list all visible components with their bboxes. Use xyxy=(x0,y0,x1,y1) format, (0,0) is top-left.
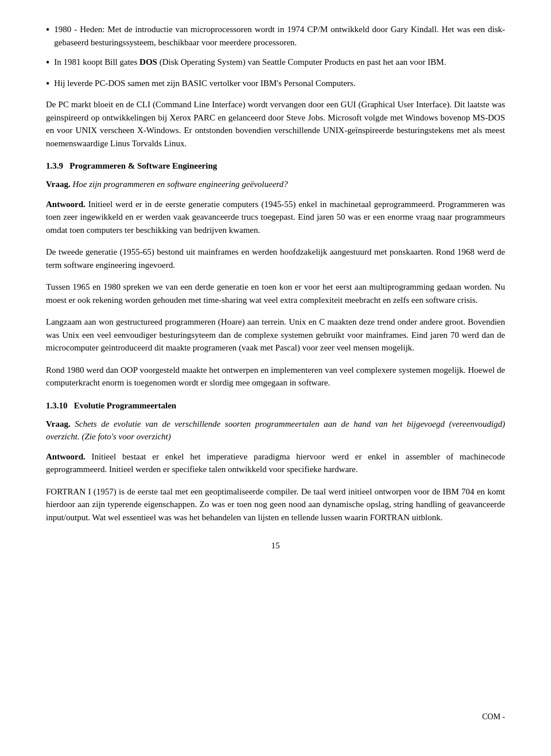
corner-text-value: COM - xyxy=(482,712,505,721)
paragraph-3-text: Tussen 1965 en 1980 spreken we van een d… xyxy=(46,282,505,305)
bullet-item-1: • 1980 - Heden: Met de introductie van m… xyxy=(46,23,505,49)
bullet-dot-2: • xyxy=(46,56,49,70)
bullet-text-1: 1980 - Heden: Met de introductie van mic… xyxy=(54,23,505,49)
qa2-answer-para2: FORTRAN I (1957) is de eerste taal met e… xyxy=(46,485,505,524)
qa2-answer-block: Antwoord. Initieel bestaat er enkel het … xyxy=(46,450,505,476)
section-139-heading: 1.3.9 Programmeren & Software Engineerin… xyxy=(46,161,505,171)
bullet-text-2: In 1981 koopt Bill gates DOS (Disk Opera… xyxy=(54,56,505,69)
paragraph-2: De tweede generatie (1955-65) bestond ui… xyxy=(46,245,505,271)
page: • 1980 - Heden: Met de introductie van m… xyxy=(0,0,551,756)
paragraph-2-text: De tweede generatie (1955-65) bestond ui… xyxy=(46,247,505,270)
bullet2-start: In 1981 koopt Bill gates xyxy=(54,57,139,67)
bullet-dot-1: • xyxy=(46,23,49,37)
bullet-dot-3: • xyxy=(46,77,49,91)
bullet-item-3: • Hij leverde PC-DOS samen met zijn BASI… xyxy=(46,77,505,91)
bullet-item-2: • In 1981 koopt Bill gates DOS (Disk Ope… xyxy=(46,56,505,70)
qa1-answer-label: Antwoord. xyxy=(46,200,86,209)
bullet-text-3: Hij leverde PC-DOS samen met zijn BASIC … xyxy=(54,77,505,90)
qa2-answer-text2: FORTRAN I (1957) is de eerste taal met e… xyxy=(46,487,505,522)
qa2-label: Vraag. xyxy=(46,419,71,428)
qa1-answer-text: Initieel werd er in de eerste generatie … xyxy=(46,200,505,235)
qa1-label: Vraag. xyxy=(46,180,71,189)
paragraph-1: De PC markt bloeit en de CLI (Command Li… xyxy=(46,98,505,150)
paragraph-4-text: Langzaam aan won gestructureed programme… xyxy=(46,317,505,352)
bullet2-end: (Disk Operating System) van Seattle Comp… xyxy=(157,57,446,67)
corner-text: COM - xyxy=(482,712,505,722)
qa2-answer-text1: Initieel bestaat er enkel het imperatiev… xyxy=(46,452,505,474)
qa1-question-text: Hoe zijn programmeren en software engine… xyxy=(71,180,288,189)
qa1-answer-block: Antwoord. Initieel werd er in de eerste … xyxy=(46,198,505,237)
bullet2-dos: DOS xyxy=(139,57,157,67)
qa1-question-block: Vraag. Hoe zijn programmeren en software… xyxy=(46,178,505,191)
page-number-text: 15 xyxy=(271,541,280,550)
section-1310-heading: 1.3.10 Evolutie Programmeertalen xyxy=(46,401,505,411)
section-1310-title: Evolutie Programmeertalen xyxy=(74,401,176,410)
section-139-number: 1.3.9 xyxy=(46,161,63,170)
paragraph-5: Rond 1980 werd dan OOP voorgesteld maakt… xyxy=(46,364,505,389)
section-139-title: Programmeren & Software Engineering xyxy=(69,161,217,170)
section-1310-number: 1.3.10 xyxy=(46,401,68,410)
qa2-question-text: Schets de evolutie van de verschillende … xyxy=(46,419,505,442)
paragraph-5-text: Rond 1980 werd dan OOP voorgesteld maakt… xyxy=(46,365,505,388)
qa2-answer-label: Antwoord. xyxy=(46,452,86,461)
paragraph-4: Langzaam aan won gestructureed programme… xyxy=(46,315,505,354)
paragraph-1-text: De PC markt bloeit en de CLI (Command Li… xyxy=(46,100,505,148)
page-number: 15 xyxy=(46,541,505,551)
qa2-question-block: Vraag. Schets de evolutie van de verschi… xyxy=(46,418,505,443)
paragraph-3: Tussen 1965 en 1980 spreken we van een d… xyxy=(46,280,505,306)
